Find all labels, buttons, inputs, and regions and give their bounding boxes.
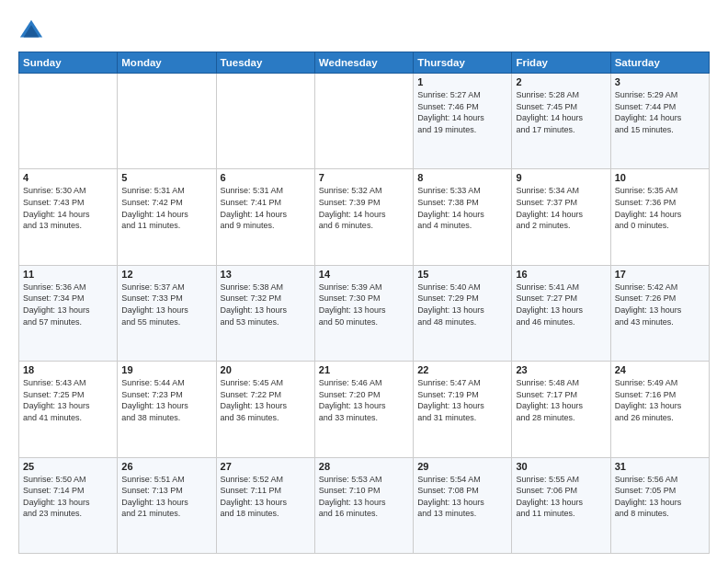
day-content-line: Sunset: 7:36 PM bbox=[615, 198, 677, 207]
day-content-line: and 43 minutes. bbox=[615, 317, 674, 327]
day-content-line: Sunset: 7:19 PM bbox=[417, 390, 479, 399]
day-content: Sunrise: 5:44 AMSunset: 7:23 PMDaylight:… bbox=[121, 377, 211, 423]
day-content-line: and 36 minutes. bbox=[221, 413, 279, 422]
day-content-line: Sunset: 7:44 PM bbox=[615, 102, 677, 111]
day-content-line: Sunrise: 5:46 AM bbox=[319, 378, 382, 387]
day-content-line: Daylight: 14 hours bbox=[417, 210, 484, 219]
day-content-line: Daylight: 14 hours bbox=[221, 210, 288, 219]
day-content-line: Sunrise: 5:33 AM bbox=[417, 186, 481, 195]
calendar-cell: 4Sunrise: 5:30 AMSunset: 7:43 PMDaylight… bbox=[19, 169, 118, 265]
day-content-line: Sunrise: 5:47 AM bbox=[417, 378, 481, 387]
day-content: Sunrise: 5:40 AMSunset: 7:29 PMDaylight:… bbox=[417, 282, 507, 327]
day-content-line: Sunset: 7:14 PM bbox=[23, 486, 85, 495]
week-row-3: 11Sunrise: 5:36 AMSunset: 7:34 PMDayligh… bbox=[19, 265, 710, 361]
day-content-line: and 13 minutes. bbox=[23, 221, 82, 230]
day-content-line: Daylight: 13 hours bbox=[417, 498, 484, 507]
day-content-line: Daylight: 13 hours bbox=[221, 498, 288, 507]
day-content-line: Sunrise: 5:50 AM bbox=[23, 475, 86, 484]
day-content: Sunrise: 5:43 AMSunset: 7:25 PMDaylight:… bbox=[23, 377, 113, 423]
calendar-cell: 22Sunrise: 5:47 AMSunset: 7:19 PMDayligh… bbox=[414, 362, 512, 457]
day-content-line: Daylight: 14 hours bbox=[417, 113, 484, 122]
day-content-line: Daylight: 13 hours bbox=[417, 401, 484, 410]
day-content-line: and 13 minutes. bbox=[417, 509, 476, 518]
day-content-line: and 11 minutes. bbox=[121, 221, 180, 230]
day-content-line: Daylight: 13 hours bbox=[319, 498, 386, 507]
calendar-header-row: SundayMondayTuesdayWednesdayThursdayFrid… bbox=[19, 52, 710, 74]
day-content: Sunrise: 5:28 AMSunset: 7:45 PMDaylight:… bbox=[516, 89, 606, 135]
day-content-line: Sunrise: 5:43 AM bbox=[23, 378, 86, 387]
day-content: Sunrise: 5:54 AMSunset: 7:08 PMDaylight:… bbox=[417, 474, 507, 520]
calendar-cell: 2Sunrise: 5:28 AMSunset: 7:45 PMDaylight… bbox=[512, 74, 610, 169]
calendar-cell: 29Sunrise: 5:54 AMSunset: 7:08 PMDayligh… bbox=[414, 457, 512, 553]
day-number: 20 bbox=[221, 364, 311, 375]
day-content-line: Sunset: 7:32 PM bbox=[221, 293, 282, 303]
day-content-line: Sunset: 7:41 PM bbox=[221, 198, 282, 207]
day-content-line: and 41 minutes. bbox=[23, 413, 82, 422]
day-number: 29 bbox=[417, 461, 507, 472]
day-content: Sunrise: 5:47 AMSunset: 7:19 PMDaylight:… bbox=[417, 377, 507, 423]
day-content-line: Daylight: 13 hours bbox=[121, 401, 188, 410]
day-content-line: Sunset: 7:46 PM bbox=[417, 102, 479, 111]
calendar-cell: 27Sunrise: 5:52 AMSunset: 7:11 PMDayligh… bbox=[216, 457, 314, 553]
day-content: Sunrise: 5:46 AMSunset: 7:20 PMDaylight:… bbox=[319, 377, 409, 423]
day-content-line: and 38 minutes. bbox=[121, 413, 180, 422]
day-content-line: Sunrise: 5:48 AM bbox=[516, 378, 579, 387]
day-content-line: Sunrise: 5:34 AM bbox=[516, 186, 579, 195]
day-number: 9 bbox=[516, 172, 606, 183]
day-content-line: Daylight: 14 hours bbox=[516, 113, 583, 122]
day-content-line: Daylight: 14 hours bbox=[319, 210, 386, 219]
day-content: Sunrise: 5:37 AMSunset: 7:33 PMDaylight:… bbox=[121, 282, 211, 327]
calendar-cell: 16Sunrise: 5:41 AMSunset: 7:27 PMDayligh… bbox=[512, 265, 610, 361]
day-content-line: Daylight: 14 hours bbox=[615, 210, 682, 219]
calendar-cell: 17Sunrise: 5:42 AMSunset: 7:26 PMDayligh… bbox=[610, 265, 709, 361]
day-content-line: Sunrise: 5:30 AM bbox=[23, 186, 86, 195]
day-number: 6 bbox=[221, 172, 311, 183]
calendar-cell: 19Sunrise: 5:44 AMSunset: 7:23 PMDayligh… bbox=[118, 362, 216, 457]
day-number: 23 bbox=[516, 364, 606, 375]
day-content-line: and 26 minutes. bbox=[615, 413, 674, 422]
day-content-line: Sunrise: 5:55 AM bbox=[516, 475, 579, 484]
day-content-line: Sunrise: 5:29 AM bbox=[615, 90, 678, 99]
day-content-line: Daylight: 13 hours bbox=[319, 401, 386, 410]
day-content-line: and 31 minutes. bbox=[417, 413, 476, 422]
day-content-line: Sunset: 7:05 PM bbox=[615, 486, 677, 495]
week-row-1: 1Sunrise: 5:27 AMSunset: 7:46 PMDaylight… bbox=[19, 74, 710, 169]
day-content-line: Daylight: 13 hours bbox=[615, 498, 682, 507]
day-content-line: Daylight: 13 hours bbox=[516, 401, 583, 410]
day-content-line: Daylight: 14 hours bbox=[23, 210, 90, 219]
calendar-cell: 5Sunrise: 5:31 AMSunset: 7:42 PMDaylight… bbox=[118, 169, 216, 265]
day-content-line: Daylight: 13 hours bbox=[121, 305, 188, 315]
day-content-line: Daylight: 13 hours bbox=[516, 305, 583, 315]
calendar-cell: 13Sunrise: 5:38 AMSunset: 7:32 PMDayligh… bbox=[216, 265, 314, 361]
day-content-line: and 2 minutes. bbox=[516, 221, 570, 230]
day-content-line: Sunset: 7:30 PM bbox=[319, 293, 381, 303]
calendar-cell: 15Sunrise: 5:40 AMSunset: 7:29 PMDayligh… bbox=[414, 265, 512, 361]
day-content: Sunrise: 5:41 AMSunset: 7:27 PMDaylight:… bbox=[516, 282, 606, 327]
day-content-line: Daylight: 13 hours bbox=[615, 401, 682, 410]
day-content-line: and 55 minutes. bbox=[121, 317, 180, 327]
calendar-cell: 1Sunrise: 5:27 AMSunset: 7:46 PMDaylight… bbox=[414, 74, 512, 169]
day-content: Sunrise: 5:45 AMSunset: 7:22 PMDaylight:… bbox=[221, 377, 311, 423]
day-content-line: Sunset: 7:29 PM bbox=[417, 293, 479, 303]
header bbox=[18, 17, 710, 42]
day-content-line: and 9 minutes. bbox=[221, 221, 275, 230]
day-content-line: Sunrise: 5:38 AM bbox=[221, 282, 284, 292]
day-content-line: Sunset: 7:20 PM bbox=[319, 390, 381, 399]
day-content: Sunrise: 5:56 AMSunset: 7:05 PMDaylight:… bbox=[615, 474, 705, 520]
day-content-line: and 18 minutes. bbox=[221, 509, 279, 518]
calendar-cell: 26Sunrise: 5:51 AMSunset: 7:13 PMDayligh… bbox=[118, 457, 216, 553]
day-content: Sunrise: 5:42 AMSunset: 7:26 PMDaylight:… bbox=[615, 282, 705, 327]
day-content-line: Daylight: 14 hours bbox=[121, 210, 188, 219]
day-number: 17 bbox=[615, 269, 705, 280]
day-content-line: Daylight: 13 hours bbox=[221, 401, 288, 410]
day-header-wednesday: Wednesday bbox=[314, 52, 413, 74]
day-header-monday: Monday bbox=[118, 52, 216, 74]
day-content-line: Sunrise: 5:32 AM bbox=[319, 186, 382, 195]
day-number: 12 bbox=[121, 269, 211, 280]
day-content: Sunrise: 5:36 AMSunset: 7:34 PMDaylight:… bbox=[23, 282, 113, 327]
day-content-line: Sunrise: 5:44 AM bbox=[121, 378, 185, 387]
calendar-table: SundayMondayTuesdayWednesdayThursdayFrid… bbox=[18, 52, 710, 554]
day-number: 15 bbox=[417, 269, 507, 280]
calendar-cell: 6Sunrise: 5:31 AMSunset: 7:41 PMDaylight… bbox=[216, 169, 314, 265]
day-content-line: and 23 minutes. bbox=[23, 509, 82, 518]
